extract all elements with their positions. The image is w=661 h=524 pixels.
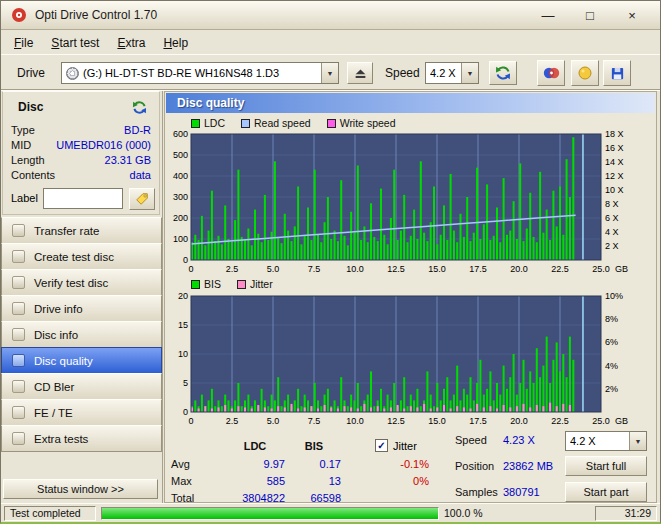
scan-speed-select[interactable]: 4.2 X ▼ xyxy=(565,431,647,451)
info-value: 23.31 GB xyxy=(105,154,151,166)
sidebar-item-transfer-rate[interactable]: Transfer rate xyxy=(1,217,162,244)
disc-info-row: MID UMEBDR016 (000) xyxy=(11,139,151,154)
sidebar-item-drive-info[interactable]: Drive info xyxy=(1,295,162,322)
svg-text:GB: GB xyxy=(615,416,628,426)
max-bis-value: 13 xyxy=(287,475,341,487)
disc-refresh-button[interactable] xyxy=(127,97,151,117)
label-caption: Label xyxy=(11,192,38,204)
legend-label: BIS xyxy=(204,278,221,290)
svg-text:2 X: 2 X xyxy=(605,241,619,251)
svg-text:14 X: 14 X xyxy=(605,157,624,167)
chevron-down-icon[interactable]: ▼ xyxy=(321,63,338,83)
statusbar: Test completed 100.0 % 31:29 xyxy=(1,503,660,522)
disc-quality-icon xyxy=(12,354,25,367)
disc-icon xyxy=(66,67,79,80)
svg-text:0: 0 xyxy=(183,255,188,265)
close-button[interactable]: × xyxy=(622,8,642,23)
save-results-button[interactable] xyxy=(603,60,631,86)
info-value: BD-R xyxy=(124,124,151,136)
sidebar-item-extra-tests[interactable]: Extra tests xyxy=(1,425,162,452)
svg-text:15: 15 xyxy=(178,320,188,330)
legend-item: LDC xyxy=(191,117,225,129)
label-input[interactable] xyxy=(43,188,123,209)
svg-text:22.5: 22.5 xyxy=(551,264,569,274)
app-window: Opti Drive Control 1.70 — □ × File Start… xyxy=(0,0,661,524)
ldc-column-header: LDC xyxy=(225,440,285,452)
svg-text:16 X: 16 X xyxy=(605,143,624,153)
max-jitter-value: 0% xyxy=(369,475,429,487)
sidebar-item-cd-bler[interactable]: CD Bler xyxy=(1,373,162,400)
svg-text:10: 10 xyxy=(178,349,188,359)
menu-file[interactable]: File xyxy=(5,33,42,53)
preferences-button[interactable] xyxy=(571,60,599,86)
eject-button[interactable] xyxy=(347,62,373,84)
sidebar-item-label: Extra tests xyxy=(34,433,88,445)
info-value: UMEBDR016 (000) xyxy=(56,139,151,151)
read-label-button[interactable] xyxy=(129,188,155,210)
avg-jitter-value: -0.1% xyxy=(369,458,429,470)
label-row: Label xyxy=(3,188,159,212)
drive-select[interactable]: (G:) HL-DT-ST BD-RE WH16NS48 1.D3 ▼ xyxy=(61,62,339,84)
chevron-down-icon[interactable]: ▼ xyxy=(461,63,478,83)
svg-text:200: 200 xyxy=(173,213,188,223)
start-full-button[interactable]: Start full xyxy=(565,456,647,476)
sidebar-item-fe-te[interactable]: FE / TE xyxy=(1,399,162,426)
position-value: 23862 MB xyxy=(503,460,553,472)
svg-text:4 X: 4 X xyxy=(605,227,619,237)
legend-item: BIS xyxy=(191,278,221,290)
sidebar-item-verify-test-disc[interactable]: Verify test disc xyxy=(1,269,162,296)
menu-help[interactable]: Help xyxy=(154,33,197,53)
app-icon xyxy=(11,7,27,23)
drive-label: Drive xyxy=(17,66,45,80)
status-window-button[interactable]: Status window >> xyxy=(3,479,158,499)
svg-text:20.0: 20.0 xyxy=(510,416,528,426)
write-speed-swatch-icon xyxy=(327,119,336,128)
svg-text:10.0: 10.0 xyxy=(346,264,364,274)
menu-start-test[interactable]: Start test xyxy=(42,33,108,53)
svg-text:5.0: 5.0 xyxy=(267,264,280,274)
legend-label: Write speed xyxy=(340,117,396,129)
svg-text:0: 0 xyxy=(183,407,188,417)
sidebar-item-label: Drive info xyxy=(34,303,83,315)
chart2-svg: 051015202%4%6%8%10%02.55.07.510.012.515.… xyxy=(167,292,653,428)
legend-label: LDC xyxy=(204,117,225,129)
tag-icon xyxy=(135,192,149,206)
info-label: Length xyxy=(11,154,45,166)
scan-speed-value: 4.2 X xyxy=(570,435,625,447)
sidebar-item-label: Disc quality xyxy=(34,355,93,367)
drive-info-icon xyxy=(12,302,25,315)
samples-value: 380791 xyxy=(503,486,540,498)
maximize-button[interactable]: □ xyxy=(580,8,600,23)
menu-extra[interactable]: Extra xyxy=(108,33,154,53)
info-label: MID xyxy=(11,139,31,151)
verify-test-disc-icon xyxy=(12,276,25,289)
refresh-button[interactable] xyxy=(489,61,517,85)
titlebar[interactable]: Opti Drive Control 1.70 — □ × xyxy=(1,1,660,30)
legend-item: Jitter xyxy=(237,278,273,290)
info-label: Type xyxy=(11,124,35,136)
sidebar-item-disc-quality[interactable]: Disc quality xyxy=(1,347,162,374)
eject-icon xyxy=(354,67,367,80)
speed-label: Speed xyxy=(385,66,420,80)
minimize-button[interactable]: — xyxy=(538,8,558,23)
progress-fill xyxy=(102,508,438,519)
sidebar-item-create-test-disc[interactable]: Create test disc xyxy=(1,243,162,270)
svg-text:2.5: 2.5 xyxy=(226,416,239,426)
svg-text:20.0: 20.0 xyxy=(510,264,528,274)
chevron-down-icon[interactable]: ▼ xyxy=(629,432,646,450)
disc-quality-panel: Disc quality LDC Read speed Write speed … xyxy=(164,91,657,503)
jitter-checkbox[interactable]: ✓ xyxy=(375,439,388,452)
sidebar-item-label: CD Bler xyxy=(34,381,74,393)
start-part-button[interactable]: Start part xyxy=(565,482,647,502)
svg-text:12.5: 12.5 xyxy=(387,264,405,274)
speed-select[interactable]: 4.2 X ▼ xyxy=(425,62,479,84)
legend-top: LDC Read speed Write speed xyxy=(191,117,396,129)
svg-text:17.5: 17.5 xyxy=(469,264,487,274)
compare-discs-button[interactable] xyxy=(537,60,565,86)
jitter-swatch-icon xyxy=(237,280,246,289)
sidebar-item-disc-info[interactable]: Disc info xyxy=(1,321,162,348)
elapsed-time: 31:29 xyxy=(595,506,657,521)
svg-text:8 X: 8 X xyxy=(605,199,619,209)
svg-text:0: 0 xyxy=(188,264,193,274)
disc-section-title: Disc xyxy=(18,100,43,114)
